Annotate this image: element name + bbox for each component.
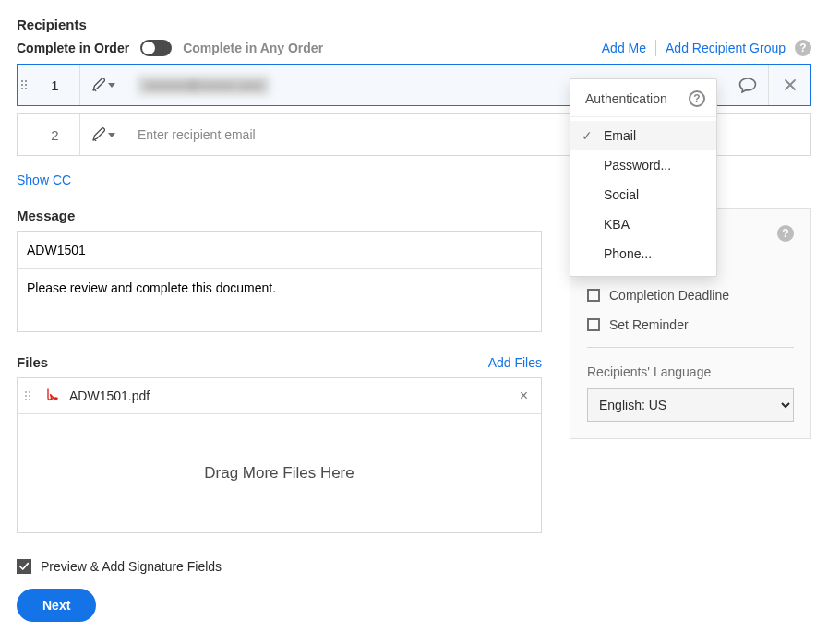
file-drop-area[interactable]: Drag More Files Here (18, 414, 541, 532)
auth-option[interactable]: Password... (570, 150, 716, 180)
chevron-down-icon (108, 133, 115, 137)
private-message-button[interactable] (726, 65, 768, 105)
add-me-link[interactable]: Add Me (602, 41, 646, 55)
preview-label: Preview & Add Signature Fields (41, 559, 222, 574)
help-icon[interactable]: ? (689, 90, 705, 107)
show-cc-link[interactable]: Show CC (17, 173, 71, 187)
message-body-input[interactable]: Please review and complete this document… (18, 269, 541, 328)
recipient-email-cell[interactable]: xxxxxxx@xxxxxx.xxxx (126, 65, 638, 105)
recipient-role-selector[interactable] (80, 65, 126, 105)
recipient-number: 2 (30, 114, 80, 155)
language-select[interactable]: English: US (587, 388, 794, 422)
divider (587, 347, 794, 348)
pdf-icon (43, 388, 60, 403)
auth-option[interactable]: ✓Email (570, 121, 716, 150)
recipient-number: 1 (30, 65, 80, 105)
auth-option[interactable]: KBA (570, 209, 716, 239)
pen-icon (91, 78, 106, 92)
divider (655, 40, 656, 56)
files-title: Files (17, 354, 48, 370)
preview-checkbox[interactable] (17, 559, 31, 574)
message-title: Message (17, 208, 542, 223)
completion-deadline-option[interactable]: Completion Deadline (587, 288, 794, 303)
checkbox-icon (587, 318, 600, 331)
recipient-email-blurred: xxxxxxx@xxxxxx.xxxx (138, 76, 270, 95)
complete-in-order-label: Complete in Order (17, 41, 129, 55)
drag-handle[interactable] (18, 114, 30, 155)
message-subject-input[interactable] (18, 232, 541, 269)
message-box: Please review and complete this document… (17, 231, 542, 332)
authentication-menu: Authentication ? ✓EmailPassword...Social… (570, 78, 717, 277)
auth-option[interactable]: Social (570, 180, 716, 209)
language-label: Recipients' Language (587, 364, 794, 379)
check-icon (18, 561, 30, 572)
next-button[interactable]: Next (17, 589, 96, 622)
add-files-link[interactable]: Add Files (488, 355, 542, 370)
auth-option[interactable]: Phone... (570, 239, 716, 268)
pen-icon (91, 127, 106, 142)
recipients-title: Recipients (17, 17, 811, 32)
remove-file-button[interactable]: × (514, 388, 534, 404)
speech-icon (738, 77, 757, 93)
help-icon[interactable]: ? (777, 225, 794, 242)
help-icon[interactable]: ? (795, 40, 811, 56)
files-box: ADW1501.pdf × Drag More Files Here (17, 377, 542, 533)
auth-menu-list: ✓EmailPassword...SocialKBAPhone... (570, 117, 716, 276)
auth-menu-heading: Authentication (585, 91, 667, 106)
set-reminder-option[interactable]: Set Reminder (587, 317, 794, 332)
drag-handle[interactable] (18, 65, 30, 105)
remove-recipient-button[interactable] (768, 65, 810, 105)
x-icon (783, 78, 798, 92)
complete-any-order-label: Complete in Any Order (183, 41, 323, 55)
checkbox-icon (587, 289, 600, 302)
check-icon: ✓ (582, 128, 594, 143)
drag-handle[interactable] (25, 391, 34, 400)
file-row: ADW1501.pdf × (18, 378, 541, 414)
add-recipient-group-link[interactable]: Add Recipient Group (666, 41, 786, 55)
file-name: ADW1501.pdf (69, 388, 505, 403)
order-toggle[interactable] (140, 40, 172, 56)
recipient-role-selector[interactable] (80, 114, 126, 155)
chevron-down-icon (108, 83, 115, 88)
